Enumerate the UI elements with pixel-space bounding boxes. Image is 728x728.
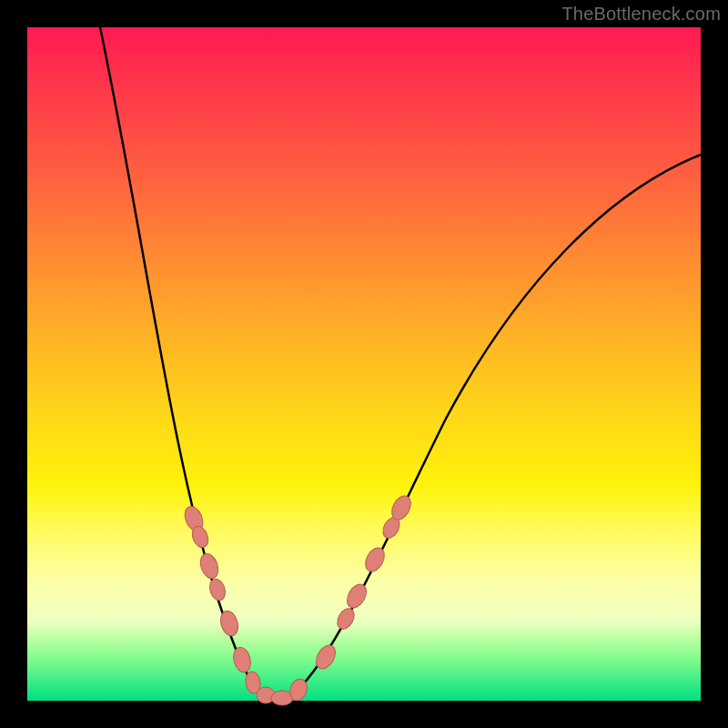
data-marker <box>217 609 240 638</box>
plot-area <box>27 27 701 701</box>
watermark: TheBottleneck.com <box>561 4 721 25</box>
data-marker <box>334 606 358 632</box>
bottleneck-curve <box>27 27 701 701</box>
chart-frame: TheBottleneck.com <box>0 0 728 728</box>
data-marker <box>207 577 228 602</box>
data-marker <box>361 544 388 574</box>
data-marker <box>231 645 253 674</box>
data-marker <box>343 581 370 611</box>
data-marker <box>197 551 221 581</box>
